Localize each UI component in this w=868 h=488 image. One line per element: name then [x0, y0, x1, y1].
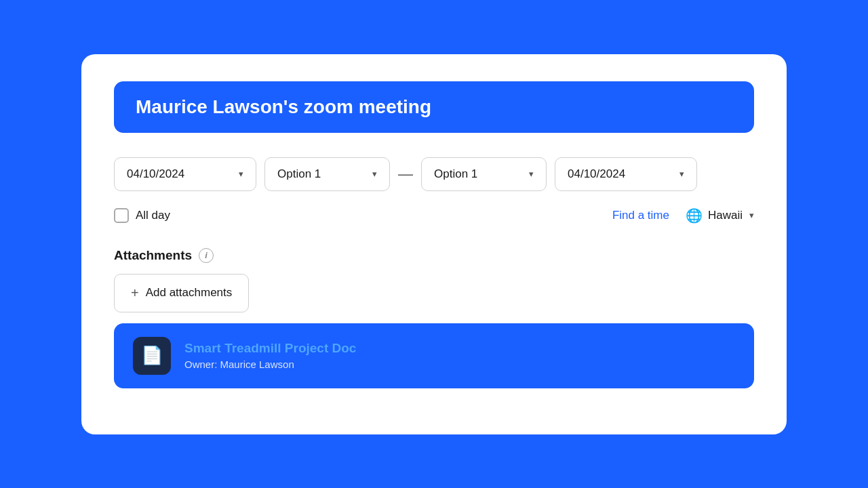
main-card: Maurice Lawson's zoom meeting 04/10/2024… [81, 54, 787, 434]
doc-icon-wrapper: 📄 [133, 337, 171, 375]
all-day-checkbox[interactable] [114, 208, 129, 223]
meeting-title: Maurice Lawson's zoom meeting [136, 96, 431, 117]
plus-icon: + [131, 285, 139, 301]
date-option-row: 04/10/2024 ▾ Option 1 ▾ — Option 1 ▾ 04/… [114, 157, 754, 191]
attachment-card[interactable]: 📄 Smart Treadmill Project Doc Owner: Mau… [114, 323, 754, 388]
attachments-info-icon[interactable]: i [199, 248, 214, 263]
attachment-title: Smart Treadmill Project Doc [184, 341, 356, 356]
start-date-chevron-icon: ▾ [239, 169, 243, 179]
end-date-dropdown[interactable]: 04/10/2024 ▾ [555, 157, 697, 191]
start-option-dropdown[interactable]: Option 1 ▾ [264, 157, 390, 191]
start-option-chevron-icon: ▾ [372, 169, 377, 179]
end-date-value: 04/10/2024 [568, 167, 625, 181]
end-option-chevron-icon: ▾ [529, 169, 534, 179]
attachments-header: Attachments i [114, 248, 754, 263]
attachment-info: Smart Treadmill Project Doc Owner: Mauri… [184, 341, 356, 370]
find-time-link[interactable]: Find a time [612, 209, 669, 222]
doc-icon: 📄 [141, 345, 163, 366]
globe-icon: 🌐 [686, 207, 703, 224]
all-day-label: All day [136, 209, 170, 222]
attachments-title: Attachments [114, 248, 192, 263]
end-option-dropdown[interactable]: Option 1 ▾ [421, 157, 547, 191]
attachment-owner: Owner: Maurice Lawson [184, 359, 356, 370]
date-separator: — [398, 165, 413, 183]
end-option-value: Option 1 [434, 167, 477, 181]
title-bar: Maurice Lawson's zoom meeting [114, 81, 754, 133]
timezone-chevron-icon: ▾ [749, 210, 754, 220]
all-day-wrapper: All day [114, 208, 170, 223]
add-attachments-button[interactable]: + Add attachments [114, 274, 249, 312]
start-date-value: 04/10/2024 [127, 167, 184, 181]
start-date-dropdown[interactable]: 04/10/2024 ▾ [114, 157, 256, 191]
attachments-section: Attachments i + Add attachments 📄 Smart … [114, 248, 754, 388]
options-row: All day Find a time 🌐 Hawaii ▾ [114, 207, 754, 224]
end-date-chevron-icon: ▾ [679, 169, 684, 179]
start-option-value: Option 1 [277, 167, 321, 181]
timezone-label: Hawaii [708, 209, 743, 222]
timezone-selector[interactable]: 🌐 Hawaii ▾ [686, 207, 754, 224]
add-attachments-label: Add attachments [146, 286, 233, 300]
